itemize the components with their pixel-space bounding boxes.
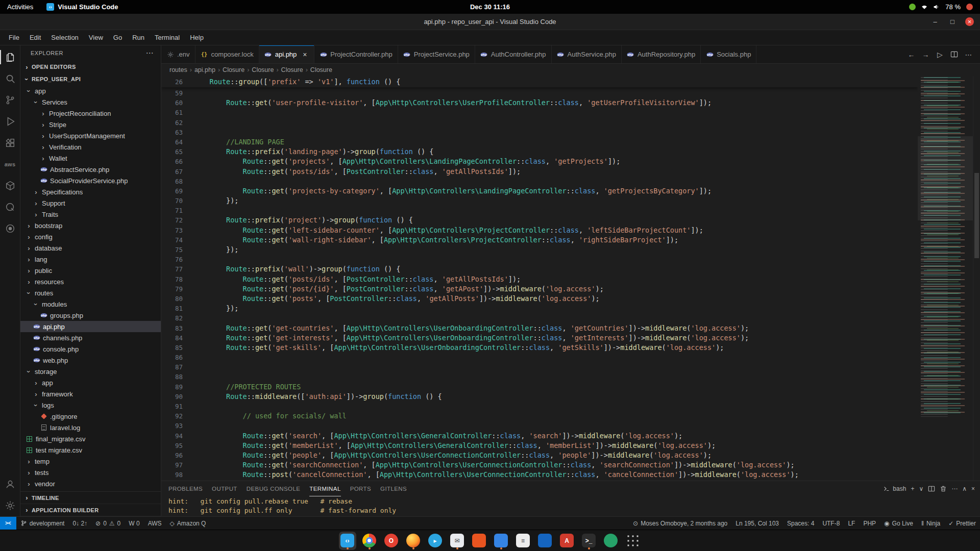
tree-item-final-migrate-csv[interactable]: final_migrate.csv — [20, 433, 161, 444]
explorer-more-icon[interactable]: ⋯ — [146, 48, 154, 58]
network-icon[interactable] — [921, 4, 927, 10]
code-line-66[interactable]: 66 Route::get('projects', [App\Http\Cont… — [161, 157, 918, 166]
tree-item-gitignore[interactable]: .gitignore — [20, 411, 161, 422]
dock-mail[interactable]: ✉ — [449, 532, 466, 550]
code-line-73[interactable]: 73 Route::get('left-sidebar-counter', [A… — [161, 226, 918, 235]
tree-item-vendor[interactable]: ›vendor — [20, 478, 161, 489]
tab-api-php[interactable]: phpapi.php× — [259, 45, 315, 63]
code-line-70[interactable]: 70 }); — [161, 196, 918, 206]
volume-icon[interactable] — [933, 4, 940, 10]
tree-item-services[interactable]: ›Services — [20, 96, 161, 108]
breadcrumb-item-0[interactable]: routes — [169, 66, 187, 73]
tree-item-database[interactable]: ›database — [20, 242, 161, 254]
new-terminal-icon[interactable]: + — [911, 485, 914, 492]
split-terminal-icon[interactable] — [928, 485, 935, 492]
code-line-89[interactable]: 89 //PROTECTED ROUTES — [161, 382, 918, 392]
menu-edit[interactable]: Edit — [25, 32, 45, 43]
panel-tab-debug-console[interactable]: DEBUG CONSOLE — [247, 481, 301, 496]
code-editor[interactable]: 26 Route::group(['prefix' => 'v1'], func… — [161, 76, 918, 481]
dock-vscode[interactable]: ‹› — [339, 532, 356, 550]
section-timeline[interactable]: ›TIMELINE — [20, 492, 161, 504]
tree-item-tests[interactable]: ›tests — [20, 467, 161, 478]
code-line-84[interactable]: 84 Route::get('get-interests', [App\Http… — [161, 333, 918, 343]
search-icon[interactable] — [0, 68, 20, 89]
panel-tab-terminal[interactable]: TERMINAL — [309, 481, 340, 496]
code-line-92[interactable]: 92 // used for socials/ wall — [161, 411, 918, 421]
code-line-68[interactable]: 68 — [161, 177, 918, 186]
tree-item-socialproviderservice-php[interactable]: phpSocialProviderService.php — [20, 175, 161, 186]
scrollbar-thumb[interactable] — [974, 173, 979, 258]
tab-env[interactable]: .env — [161, 45, 195, 63]
code-line-60[interactable]: 60 Route::get('user-profile-visitor', [A… — [161, 98, 918, 108]
tab-authrepository-php[interactable]: phpAuthRepository.php — [622, 45, 701, 63]
minimize-button[interactable]: – — [930, 17, 940, 27]
tab-projectservice-php[interactable]: phpProjectService.php — [398, 45, 475, 63]
tree-item-logs[interactable]: ›logs — [20, 399, 161, 411]
code-line-88[interactable]: 88 — [161, 372, 918, 382]
tree-item-traits[interactable]: ›Traits — [20, 209, 161, 220]
nav-forward-icon[interactable]: → — [919, 48, 932, 61]
tree-item-framework[interactable]: ›framework — [20, 388, 161, 399]
tree-item-wallet[interactable]: ›Wallet — [20, 153, 161, 164]
code-line-74[interactable]: 74 Route::get('wall-right-sidebar', [App… — [161, 235, 918, 245]
code-line-94[interactable]: 94 Route::get('search', [App\Http\Contro… — [161, 431, 918, 441]
tree-item-web-php[interactable]: phpweb.php — [20, 355, 161, 366]
dock-show-applications[interactable] — [624, 532, 642, 550]
tree-item-config[interactable]: ›config — [20, 231, 161, 242]
tab-authcontroller-php[interactable]: phpAuthController.php — [475, 45, 552, 63]
tree-item-usersupportmanagement[interactable]: ›UserSupportManagement — [20, 130, 161, 141]
tree-item-public[interactable]: ›public — [20, 265, 161, 276]
code-line-75[interactable]: 75 }); — [161, 245, 918, 255]
workspace-root-section[interactable]: › REPO_USER_API — [20, 73, 161, 85]
tree-item-stripe[interactable]: ›Stripe — [20, 119, 161, 130]
code-line-95[interactable]: 95 Route::get('memberList', [App\Http\Co… — [161, 441, 918, 450]
code-line-62[interactable]: 62 — [161, 118, 918, 128]
tree-item-app[interactable]: ›app — [20, 85, 161, 96]
tree-item-resources[interactable]: ›resources — [20, 276, 161, 287]
status-language-mode[interactable]: PHP — [859, 517, 880, 530]
tree-item-support[interactable]: ›Support — [20, 197, 161, 209]
code-line-91[interactable]: 91 — [161, 402, 918, 411]
tree-item-temp[interactable]: ›temp — [20, 456, 161, 467]
code-line-79[interactable]: 79 Route::get('post/{id}', [PostControll… — [161, 284, 918, 294]
tree-item-projectreconciliation[interactable]: ›ProjectReconciliation — [20, 108, 161, 119]
code-line-96[interactable]: 96 Route::get('people', [App\Http\Contro… — [161, 450, 918, 460]
tree-item-laravel-log[interactable]: laravel.log — [20, 422, 161, 433]
code-line-67[interactable]: 67 Route::get('posts/ids', [PostControll… — [161, 167, 918, 177]
record-icon[interactable] — [966, 4, 973, 10]
panel-tab-problems[interactable]: PROBLEMS — [168, 481, 203, 496]
status-git-blame[interactable]: ⊙Moses Omoboye, 2 months ago — [629, 517, 731, 530]
run-and-debug-icon[interactable] — [0, 111, 20, 132]
code-line-80[interactable]: 80 Route::get('posts', [PostController::… — [161, 294, 918, 304]
dock-app-white-tile[interactable]: ≡ — [514, 532, 532, 550]
status-prettier[interactable]: ✓Prettier — [944, 517, 980, 530]
code-line-97[interactable]: 97 Route::get('searchConnection', [App\H… — [161, 460, 918, 470]
menu-go[interactable]: Go — [109, 32, 127, 43]
status-indentation[interactable]: Spaces: 4 — [783, 517, 818, 530]
code-line-98[interactable]: 98 Route::post('cancelConnection', [App\… — [161, 470, 918, 480]
terminal-content[interactable]: hint: git config pull.rebase true # reba… — [161, 496, 980, 516]
code-line-86[interactable]: 86 — [161, 353, 918, 362]
code-line-82[interactable]: 82 — [161, 313, 918, 323]
status-remote-indicator[interactable]: >< — [0, 517, 16, 530]
source-control-icon[interactable] — [0, 89, 20, 111]
terminal-instance-bash[interactable]: bash — [883, 485, 906, 492]
code-line-59[interactable]: 59 — [161, 88, 918, 98]
menu-run[interactable]: Run — [128, 32, 149, 43]
clock[interactable]: Dec 30 11:16 — [470, 3, 510, 11]
tree-item-test-migrate-csv[interactable]: test migrate.csv — [20, 444, 161, 456]
panel-tab-gitlens[interactable]: GITLENS — [380, 481, 407, 496]
code-line-72[interactable]: 72 Route::prefix('project')->group(funct… — [161, 215, 918, 225]
more-actions-icon[interactable]: ⋯ — [962, 48, 975, 61]
tree-item-abstractservice-php[interactable]: phpAbstractService.php — [20, 164, 161, 175]
extensions-icon[interactable] — [0, 132, 20, 154]
menu-view[interactable]: View — [84, 32, 108, 43]
dock-app-red-tile[interactable]: A — [558, 532, 576, 550]
dock-files-orange[interactable] — [471, 532, 488, 550]
amazon-q-icon[interactable] — [0, 196, 20, 218]
code-line-63[interactable]: 63 — [161, 128, 918, 137]
accounts-icon[interactable] — [0, 473, 20, 495]
tree-item-bootstrap[interactable]: ›bootstrap — [20, 220, 161, 231]
dock-chrome[interactable] — [361, 532, 378, 550]
tab-composer-lock[interactable]: {}composer.lock — [195, 45, 259, 63]
